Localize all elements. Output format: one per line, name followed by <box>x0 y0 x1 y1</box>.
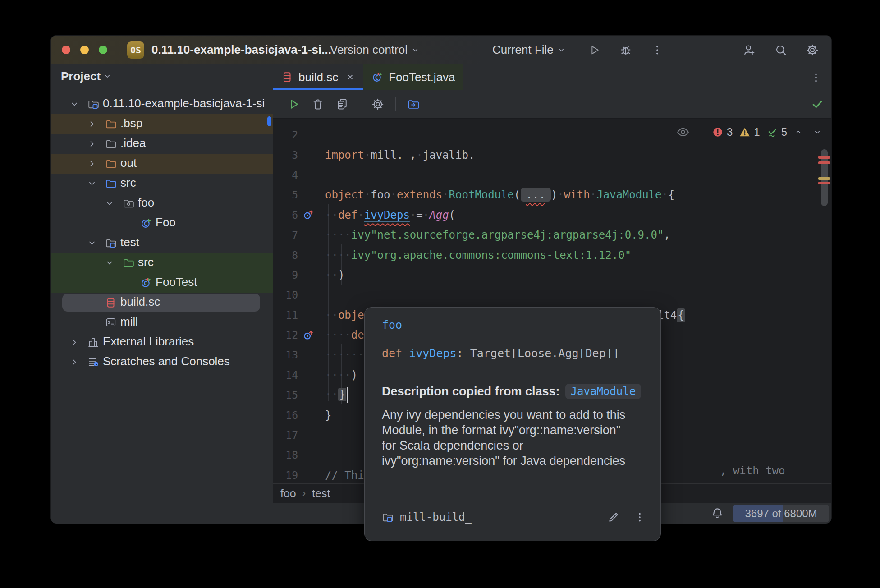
project-panel-title[interactable]: Project <box>61 69 101 83</box>
project-menu-chevron-icon[interactable] <box>267 45 277 55</box>
run-button[interactable] <box>582 38 606 62</box>
play-icon <box>588 44 600 56</box>
tree-item-label: src <box>138 255 154 269</box>
warning-count[interactable]: 1 <box>739 126 760 138</box>
eye-icon[interactable] <box>676 125 690 139</box>
svg-text:C: C <box>144 280 147 287</box>
popup-owner-class[interactable]: foo <box>382 318 643 331</box>
tree-item--bsp[interactable]: .bsp <box>51 114 273 134</box>
tree-item--idea[interactable]: .idea <box>51 134 273 154</box>
expanded-chevron-icon[interactable] <box>104 257 115 269</box>
tree-item-mill[interactable]: mill <box>51 312 273 332</box>
commit-check-button[interactable] <box>807 94 828 114</box>
edit-documentation-button[interactable] <box>604 508 623 526</box>
error-stripe-mark[interactable] <box>818 161 830 164</box>
warning-stripe-mark[interactable] <box>818 177 830 180</box>
tab-options-button[interactable] <box>807 69 825 87</box>
error-count[interactable]: 3 <box>712 126 733 138</box>
override-method-gutter-icon[interactable] <box>302 329 315 341</box>
tree-item-0-11-10-example-basicjava-1-si[interactable]: 0.11.10-example-basicjava-1-si <box>51 94 273 114</box>
ide-settings-button[interactable] <box>801 38 824 62</box>
minimize-window-button[interactable] <box>80 46 89 54</box>
tree-item-foo[interactable]: CFoo <box>51 213 273 233</box>
tree-item-src[interactable]: src <box>51 253 273 273</box>
code-with-me-button[interactable] <box>738 38 761 62</box>
expanded-chevron-icon[interactable] <box>86 178 98 189</box>
gear-icon <box>806 43 819 57</box>
kebab-icon <box>651 44 663 56</box>
line-number: 19 <box>273 469 298 481</box>
run-config-chevron-icon <box>556 45 566 55</box>
close-window-button[interactable] <box>62 46 70 54</box>
override-method-gutter-icon[interactable] <box>302 209 315 221</box>
tab-build-sc[interactable]: build.sc <box>273 64 363 90</box>
run-configuration-menu[interactable]: Current File <box>492 43 566 57</box>
vcs-menu[interactable]: Version control <box>330 43 420 57</box>
tab-label: build.sc <box>298 70 338 84</box>
breadcrumb-test[interactable]: test <box>312 487 330 500</box>
collapsed-chevron-icon[interactable] <box>69 336 80 348</box>
memory-text: 3697 of 6800M <box>745 507 817 520</box>
copy-button[interactable] <box>332 94 353 114</box>
settings-button[interactable] <box>367 94 388 114</box>
collapsed-chevron-icon[interactable] <box>86 138 98 150</box>
tree-item-src[interactable]: src <box>51 174 273 193</box>
memory-indicator[interactable]: 3697 of 6800M <box>733 505 829 522</box>
package-icon <box>123 198 134 209</box>
tree-item-footest[interactable]: CFooTest <box>51 273 273 293</box>
class-run-icon: C <box>140 217 152 229</box>
error-stripe-mark[interactable] <box>818 156 830 159</box>
line-number: 14 <box>273 369 298 381</box>
search-everywhere-button[interactable] <box>769 38 793 62</box>
line-number: 9 <box>273 269 298 281</box>
run-build-button[interactable] <box>283 94 304 114</box>
popup-more-options-button[interactable] <box>630 508 650 526</box>
check-icon <box>811 97 824 111</box>
tree-item-build-sc[interactable]: build.sc <box>51 293 273 312</box>
project-avatar[interactable]: 0S <box>127 41 144 59</box>
search-icon <box>774 43 788 57</box>
tree-scrollbar[interactable] <box>267 116 271 126</box>
tree-item-label: External Libraries <box>103 335 194 349</box>
expanded-chevron-icon[interactable] <box>69 98 80 110</box>
previous-problem-button[interactable] <box>793 127 803 137</box>
popup-divider <box>379 372 646 372</box>
inspections-widget[interactable]: 3 1 5 <box>674 123 825 142</box>
project-panel-chevron-icon[interactable] <box>102 71 112 81</box>
run-toolbar <box>273 90 831 119</box>
tree-item-external-libraries[interactable]: External Libraries <box>51 332 273 352</box>
ide-window: 0S 0.11.10-example-basicjava-1-si... Ver… <box>50 35 832 523</box>
line-number: 16 <box>273 409 298 421</box>
collapsed-chevron-icon[interactable] <box>69 356 80 368</box>
collapsed-chevron-icon[interactable] <box>86 158 98 170</box>
passed-count[interactable]: 5 <box>766 126 787 138</box>
tree-item-out[interactable]: out <box>51 154 273 174</box>
expanded-chevron-icon[interactable] <box>86 237 98 249</box>
expanded-chevron-icon[interactable] <box>104 198 115 209</box>
toolbar-separator <box>395 97 396 111</box>
module-folder-icon <box>87 98 99 110</box>
popup-class-badge[interactable]: JavaModule <box>565 384 642 399</box>
debug-button[interactable] <box>614 38 637 62</box>
more-run-actions-button[interactable] <box>646 38 669 62</box>
tree-item-label: foo <box>138 196 154 210</box>
maximize-window-button[interactable] <box>99 46 107 54</box>
breadcrumb-foo[interactable]: foo <box>280 487 296 500</box>
tab-footest-java[interactable]: C FooTest.java <box>363 64 463 90</box>
editor-scrollbar[interactable] <box>818 119 831 483</box>
tree-item-test[interactable]: test <box>51 233 273 253</box>
tree-item-scratches-and-consoles[interactable]: Scratches and Consoles <box>51 352 273 372</box>
line-number: 17 <box>273 429 298 441</box>
project-title[interactable]: 0.11.10-example-basicjava-1-si... <box>151 43 264 57</box>
delete-button[interactable] <box>307 94 328 114</box>
tree-item-foo[interactable]: foo <box>51 193 273 213</box>
error-stripe-mark[interactable] <box>818 182 830 184</box>
close-tab-icon[interactable] <box>345 72 355 82</box>
move-to-button[interactable] <box>403 94 424 114</box>
notifications-bell-icon[interactable] <box>710 507 724 520</box>
external-libraries-icon <box>87 336 99 348</box>
collapsed-chevron-icon[interactable] <box>86 118 98 130</box>
code-line-7: 7····ivy"net.sourceforge.argparse4j:argp… <box>273 225 831 245</box>
line-number: 4 <box>273 169 298 181</box>
tree-item-label: .bsp <box>120 116 142 130</box>
